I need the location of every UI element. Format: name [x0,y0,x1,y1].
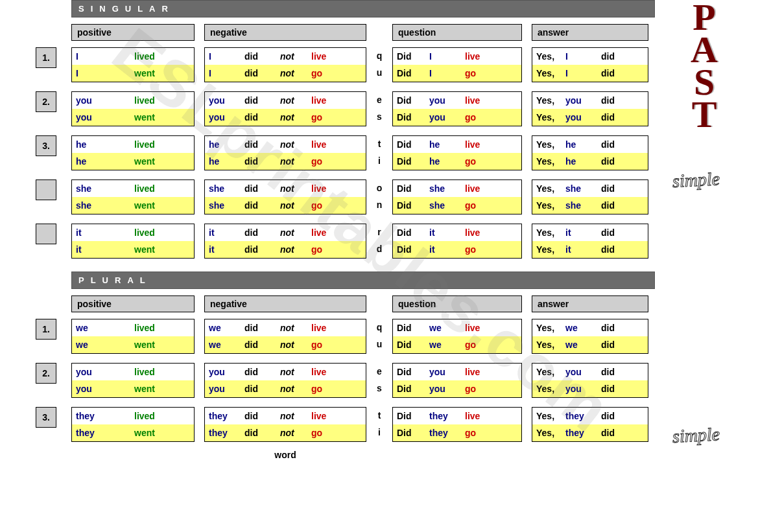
aux-did-cap: Did [397,244,429,255]
aux-did: did [244,428,280,438]
pronoun: you [76,384,134,394]
pronoun: they [565,411,601,421]
header-negative: negative [204,24,366,41]
yes: Yes, [536,384,565,394]
line: hedidnotgo [205,153,366,170]
verb-past: went [134,68,155,78]
aux-did: did [601,244,615,255]
aux-did: did [601,411,615,421]
row-number: 2. [36,91,56,112]
line: Yes,youdid [532,380,648,397]
pronoun: we [76,340,134,350]
line: Iwent [72,65,194,82]
aux-did-cap: Did [397,183,429,194]
positive-block: itlived itwent [71,224,195,259]
aux-did-cap: Did [397,367,429,377]
aux-did: did [601,95,615,106]
pronoun: we [429,323,465,333]
line: Yes,youdid [532,109,648,126]
line: shedidnotlive [205,180,366,197]
negative-block: itdidnotlive itdidnotgo [204,224,366,259]
aux-did-cap: Did [397,428,429,438]
verb-base: go [465,200,476,211]
line: wewent [72,336,194,353]
aux-did: did [601,367,615,377]
line: Yes,theydid [532,408,648,424]
answer-block: Yes,wedid Yes,wedid [532,319,648,354]
line: Didhego [393,153,521,170]
row-group: itlived itwent itdidnotlive itdidnotgo r… [36,224,717,259]
pronoun: they [429,411,465,421]
line: itdidnotlive [205,224,366,241]
pronoun: it [429,244,465,255]
yes: Yes, [536,323,565,333]
question-block: Didyoulive Didyougo [392,91,522,126]
line: theydidnotgo [205,424,366,441]
verb-base: live [465,323,480,333]
verb-past: went [134,112,155,122]
answer-block: Yes,shedid Yes,shedid [532,179,648,214]
pronoun: we [76,323,134,333]
verb-base: live [465,139,480,150]
question-block: Didshelive Didshego [392,179,522,214]
not: not [280,68,311,78]
not: not [280,367,311,377]
line: Ididnotlive [205,48,366,65]
question-block: Didwelive Didwego [392,319,522,354]
pronoun: she [429,200,465,211]
pronoun: it [209,244,244,255]
line: youwent [72,109,194,126]
line: helived [72,136,194,153]
line: Ilived [72,48,194,65]
yes: Yes, [536,428,565,438]
aux-did: did [601,156,615,167]
aux-did: did [244,139,280,150]
verb-base: go [311,244,322,255]
yes: Yes, [536,411,565,421]
aux-did: did [601,323,615,333]
yes: Yes, [536,156,565,167]
pronoun: you [429,384,465,394]
line: youdidnotlive [205,92,366,109]
aux-did: did [244,156,280,167]
line: Didtheylive [393,408,521,424]
verb-base: go [311,384,322,394]
question-word-vertical: rd [373,224,386,257]
pronoun: you [76,112,134,122]
row-group: 2. youlived youwent youdidnotlive youdid… [36,363,717,398]
line: Yes,itdid [532,241,648,258]
aux-did: did [244,323,280,333]
pronoun: we [209,340,244,350]
pronoun: they [429,428,465,438]
not: not [280,384,311,394]
verb-base: go [465,68,476,78]
aux-did-cap: Did [397,411,429,421]
pronoun: I [209,68,244,78]
pronoun: they [565,428,601,438]
question-block: Diditlive Diditgo [392,224,522,259]
pronoun: she [429,183,465,194]
yes: Yes, [536,112,565,122]
pronoun: we [565,340,601,350]
pronoun: you [209,367,244,377]
positive-block: Ilived Iwent [71,47,195,82]
question-block: Didtheylive Didtheygo [392,407,522,442]
pronoun: you [565,384,601,394]
aux-did: did [601,68,615,78]
pronoun: he [209,156,244,167]
yes: Yes, [536,200,565,211]
pronoun: they [76,411,134,421]
negative-block: hedidnotlive hedidnotgo [204,135,366,170]
verb-base: go [465,384,476,394]
line: Didyougo [393,380,521,397]
row-number: 3. [36,135,56,156]
line: Didhelive [393,136,521,153]
line: theydidnotlive [205,408,366,424]
verb-base: go [311,428,322,438]
line: Yes,wedid [532,336,648,353]
aux-did: did [244,183,280,194]
verb-past: went [134,384,155,394]
verb-base: go [311,156,322,167]
verb-past: lived [134,139,155,150]
pronoun: we [429,340,465,350]
